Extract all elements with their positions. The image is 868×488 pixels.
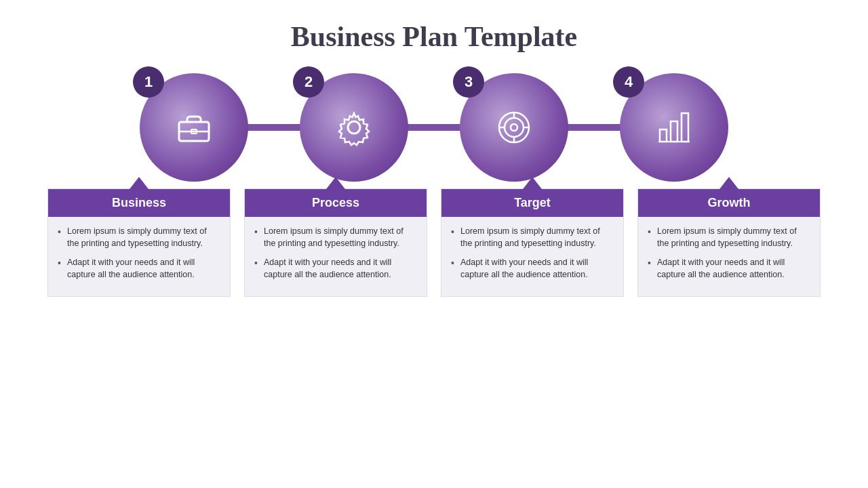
card-4-bullet-2: Adapt it with your needs and it will cap… — [648, 256, 810, 281]
card-2-bullet-2: Adapt it with your needs and it will cap… — [254, 256, 417, 281]
svg-point-3 — [348, 121, 360, 134]
cards-area: Business Lorem ipsum is simply dummy tex… — [41, 188, 827, 297]
page: Business Plan Template 1 — [0, 0, 868, 488]
card-1-body: Lorem ipsum is simply dummy text of the … — [48, 217, 230, 296]
card-2-header: Process — [245, 189, 427, 217]
step-4-circle-container: 4 — [620, 73, 728, 182]
target-icon — [493, 106, 535, 148]
card-4-body: Lorem ipsum is simply dummy text of the … — [638, 217, 820, 296]
step-1-circle-container: 1 — [140, 73, 248, 182]
step-2-wrapper: 2 — [300, 73, 460, 182]
card-3-bullet-1: Lorem ipsum is simply dummy text of the … — [451, 225, 614, 249]
card-4: Growth Lorem ipsum is simply dummy text … — [637, 188, 821, 297]
card-1: Business Lorem ipsum is simply dummy tex… — [47, 188, 231, 297]
step-1-badge: 1 — [133, 66, 164, 98]
card-2-body: Lorem ipsum is simply dummy text of the … — [245, 217, 427, 296]
chart-icon — [653, 106, 695, 148]
svg-point-6 — [511, 124, 517, 131]
step-2-badge: 2 — [293, 66, 324, 98]
step-3-badge: 3 — [453, 66, 484, 98]
card-3-header: Target — [441, 189, 623, 217]
card-4-list: Lorem ipsum is simply dummy text of the … — [648, 225, 810, 281]
card-3-list: Lorem ipsum is simply dummy text of the … — [451, 225, 614, 281]
diagram-area: 1 2 — [41, 73, 827, 182]
step-3-circle-container: 3 — [460, 73, 568, 182]
svg-rect-12 — [671, 121, 677, 142]
card-2: Process Lorem ipsum is simply dummy text… — [244, 188, 427, 297]
connector-1 — [247, 124, 301, 131]
gear-icon — [333, 106, 375, 148]
card-2-bullet-1: Lorem ipsum is simply dummy text of the … — [254, 225, 417, 249]
card-3-body: Lorem ipsum is simply dummy text of the … — [441, 217, 623, 296]
step-4-wrapper: 4 — [620, 73, 728, 182]
card-4-bullet-1: Lorem ipsum is simply dummy text of the … — [648, 225, 810, 249]
step-3-wrapper: 3 — [460, 73, 620, 182]
page-title: Business Plan Template — [291, 20, 577, 53]
card-4-header: Growth — [638, 189, 820, 217]
connector-3 — [567, 124, 621, 131]
card-3: Target Lorem ipsum is simply dummy text … — [441, 188, 624, 297]
svg-rect-11 — [660, 129, 667, 142]
card-1-header: Business — [48, 189, 230, 217]
connector-2 — [407, 124, 461, 131]
step-4-badge: 4 — [613, 66, 644, 98]
card-1-list: Lorem ipsum is simply dummy text of the … — [58, 225, 220, 281]
card-1-bullet-2: Adapt it with your needs and it will cap… — [58, 256, 220, 281]
step-2-circle-container: 2 — [300, 73, 408, 182]
card-3-bullet-2: Adapt it with your needs and it will cap… — [451, 256, 614, 281]
card-2-list: Lorem ipsum is simply dummy text of the … — [254, 225, 417, 281]
svg-rect-13 — [682, 113, 688, 142]
briefcase-icon — [174, 107, 214, 148]
step-1-wrapper: 1 — [140, 73, 300, 182]
card-1-bullet-1: Lorem ipsum is simply dummy text of the … — [58, 225, 220, 249]
svg-point-5 — [505, 118, 524, 137]
